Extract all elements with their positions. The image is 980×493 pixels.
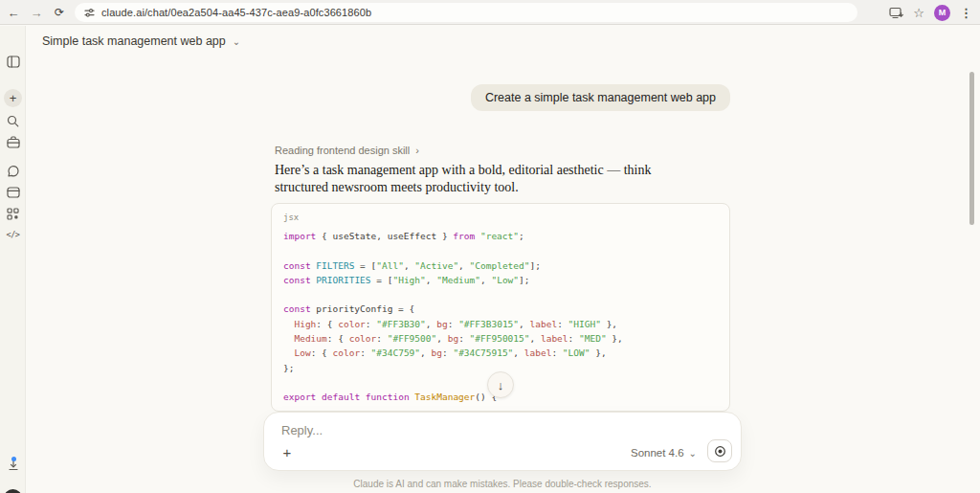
forward-icon[interactable]: → [27,3,46,22]
app-sidebar: + </> C [0,26,26,493]
browser-profile-avatar[interactable]: M [934,5,950,21]
attach-plus-button[interactable]: + [278,442,297,461]
code-icon[interactable]: </> [0,224,26,245]
code-language-label: jsx [283,213,299,222]
bookmark-star-icon[interactable]: ☆ [913,6,924,20]
sidebar-toggle-icon[interactable] [0,51,26,72]
apps-grid-icon[interactable] [0,203,26,224]
site-settings-icon[interactable] [84,8,95,18]
code-content: import { useState, useEffect } from "rea… [283,231,623,407]
dictation-button[interactable] [707,439,732,462]
assistant-message-text: Here’s a task management app with a bold… [275,162,677,195]
new-chat-button[interactable]: + [0,87,26,108]
url-text: claude.ai/chat/0ea2a504-aa45-437c-aea9-a… [101,7,371,18]
reply-input[interactable]: Reply... [281,423,323,437]
skill-status-row[interactable]: Reading frontend design skill › [275,145,419,156]
scroll-to-bottom-button[interactable]: ↓ [487,371,514,398]
search-icon[interactable] [0,110,26,131]
conversation-title: Simple task management web app [42,34,226,48]
disclaimer-text: Claude is AI and can make mistakes. Plea… [0,479,980,489]
plus-icon: + [4,89,22,107]
conversation-title-menu[interactable]: Simple task management web app ⌄ [42,34,240,48]
chevron-right-icon: › [415,145,419,156]
record-circle-icon [714,445,726,458]
address-bar[interactable]: claude.ai/chat/0ea2a504-aa45-437c-aea9-a… [75,3,858,22]
chevron-down-icon: ⌄ [233,36,240,47]
update-badge-dot [11,457,16,461]
model-selector[interactable]: Sonnet 4.6 ⌄ [631,447,697,459]
arrow-down-icon: ↓ [498,378,504,392]
skill-status-label: Reading frontend design skill [275,145,410,156]
projects-briefcase-icon[interactable] [0,131,26,152]
user-message-bubble: Create a simple task management web app [471,84,730,111]
back-icon[interactable]: ← [4,3,23,22]
reply-composer[interactable]: Reply... + Sonnet 4.6 ⌄ [263,412,742,471]
browser-menu-icon[interactable]: ⋮ [960,6,972,20]
install-app-icon[interactable] [889,7,903,19]
reload-icon[interactable]: ⟳ [50,3,69,22]
claude-chat-window: ← → ⟳ claude.ai/chat/0ea2a504-aa45-437c-… [0,0,980,493]
chats-icon[interactable] [0,161,26,182]
page-scrollbar[interactable] [969,72,974,225]
update-download-icon[interactable] [0,455,26,476]
chevron-down-icon: ⌄ [689,448,697,459]
model-name: Sonnet 4.6 [631,447,684,459]
browser-toolbar: ← → ⟳ claude.ai/chat/0ea2a504-aa45-437c-… [0,0,980,25]
artifacts-drawer-icon[interactable] [0,182,26,203]
